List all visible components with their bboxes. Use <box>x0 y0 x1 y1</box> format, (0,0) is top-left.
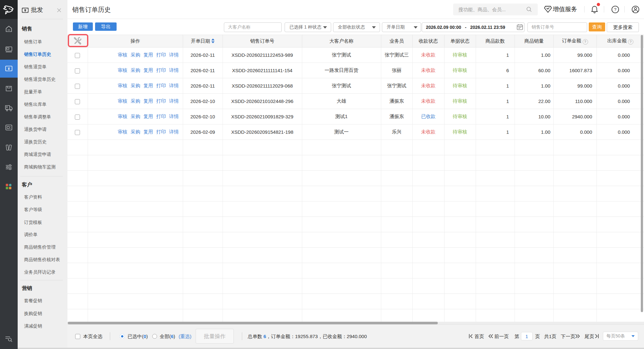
svg-text:?: ? <box>614 7 617 12</box>
svg-text:¥: ¥ <box>8 67 10 71</box>
